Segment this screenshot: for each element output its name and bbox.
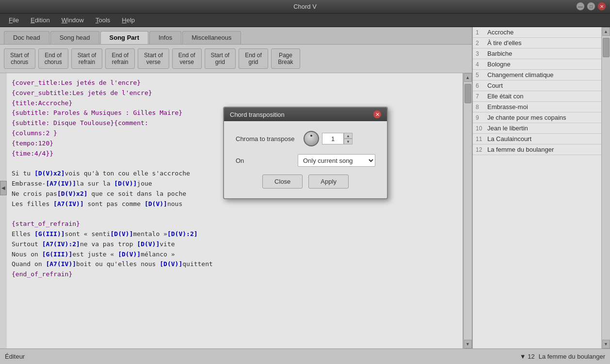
dialog-close-button[interactable]: ✕ <box>373 111 381 118</box>
song-number: 2 <box>476 40 487 47</box>
song-row[interactable]: 8 Embrasse-moi <box>473 102 601 112</box>
btn-end-verse[interactable]: End ofverse <box>172 48 202 69</box>
editor-line <box>12 209 458 219</box>
on-dropdown[interactable]: Only current song All songs <box>298 154 375 167</box>
scroll-track[interactable] <box>464 82 472 340</box>
song-row[interactable]: 6 Court <box>473 80 601 91</box>
song-scroll-up[interactable]: ▲ <box>602 27 610 36</box>
on-row: On Only current song All songs <box>236 154 375 167</box>
status-bar: Éditeur ▼ 12 La femme du boulanger <box>0 348 610 364</box>
chroma-label: Chroma to transpose <box>236 135 299 142</box>
song-scroll-thumb[interactable] <box>603 38 610 57</box>
maximize-button[interactable]: □ <box>587 2 595 11</box>
spinbox-up[interactable]: ▲ <box>344 133 353 139</box>
song-title: Embrasse-moi <box>487 103 598 111</box>
song-title: Barbiche <box>487 50 598 57</box>
editor-line: {start_of_refrain} <box>12 219 458 229</box>
scroll-down-button[interactable]: ▼ <box>464 340 472 348</box>
chroma-row: Chroma to transpose ▲ ▼ <box>236 131 375 146</box>
on-label: On <box>236 157 293 164</box>
btn-end-refrain[interactable]: End ofrefrain <box>105 48 135 69</box>
song-row[interactable]: 11 La Caulaincourt <box>473 134 601 144</box>
btn-start-grid[interactable]: Start ofgrid <box>205 48 236 69</box>
editor-line: Quand on [A7(IV)]boit ou qu'elles nous [… <box>12 259 458 269</box>
song-number: 9 <box>476 114 487 121</box>
btn-end-chorus[interactable]: End ofchorus <box>38 48 68 69</box>
dialog-body: Chroma to transpose ▲ ▼ On <box>224 121 387 198</box>
song-row[interactable]: 12 La femme du boulanger <box>473 144 601 155</box>
close-button[interactable]: Close <box>262 174 303 189</box>
tabs-row: Doc head Song head Song Part Infos Misce… <box>0 27 472 45</box>
song-scroll-down[interactable]: ▼ <box>602 340 610 348</box>
left-panel-toggle[interactable]: ◀ <box>0 181 7 195</box>
song-number: 8 <box>476 104 487 111</box>
spinbox-down[interactable]: ▼ <box>344 139 353 144</box>
tab-song-part[interactable]: Song Part <box>100 31 148 44</box>
editor-scrollbar[interactable]: ▲ ▼ <box>463 73 472 348</box>
close-button[interactable]: ✕ <box>597 2 606 11</box>
song-row[interactable]: 2 À tire d'elles <box>473 38 601 48</box>
minimize-button[interactable]: — <box>576 2 585 11</box>
song-number: 5 <box>476 72 487 79</box>
btn-start-refrain[interactable]: Start ofrefrain <box>71 48 103 69</box>
tab-song-head[interactable]: Song head <box>50 31 99 44</box>
status-right: ▼ 12 La femme du boulanger <box>520 353 605 360</box>
editor-line: Les filles [A7(IV)] sont pas comme [D(V)… <box>12 199 458 209</box>
right-panel: 1 Accroche 2 À tire d'elles 3 Barbiche 4… <box>472 27 610 348</box>
editor-line: {cover_title:Les jetés de l'encre} <box>12 78 458 88</box>
editor-line: {end_of_refrain} <box>12 269 458 280</box>
btn-start-chorus[interactable]: Start ofchorus <box>4 48 35 69</box>
menu-help[interactable]: Help <box>117 15 140 25</box>
song-number: 3 <box>476 50 487 57</box>
tab-miscellaneous[interactable]: Miscellaneous <box>182 31 241 44</box>
dialog-title-bar: Chord transposition ✕ <box>224 108 387 121</box>
spinbox-buttons: ▲ ▼ <box>344 133 353 144</box>
tab-infos[interactable]: Infos <box>149 31 181 44</box>
song-number: 10 <box>476 125 487 132</box>
status-song: La femme du boulanger <box>539 353 605 360</box>
song-row[interactable]: 7 Elle était con <box>473 91 601 102</box>
song-title: Jean le libertin <box>487 125 598 132</box>
song-title: Changement climatique <box>487 71 598 79</box>
song-title: La femme du boulanger <box>487 146 598 153</box>
song-title: Elle était con <box>487 93 598 100</box>
menu-tools[interactable]: Tools <box>91 15 115 25</box>
menu-bar: File Edition Window Tools Help <box>0 14 610 27</box>
status-page: ▼ 12 <box>520 353 535 360</box>
song-title: Court <box>487 82 598 89</box>
tab-doc-head[interactable]: Doc head <box>4 31 49 44</box>
song-list: 1 Accroche 2 À tire d'elles 3 Barbiche 4… <box>473 27 601 348</box>
editor-line: Surtout [A7(IV):2]ne va pas trop [D(V)]v… <box>12 239 458 250</box>
scroll-thumb[interactable] <box>465 84 471 103</box>
right-panel-inner: 1 Accroche 2 À tire d'elles 3 Barbiche 4… <box>473 27 610 348</box>
song-title: Je chante pour mes copains <box>487 114 598 121</box>
menu-edition[interactable]: Edition <box>26 15 55 25</box>
chroma-knob[interactable] <box>304 131 319 146</box>
chroma-input[interactable] <box>322 133 344 144</box>
btn-end-grid[interactable]: End ofgrid <box>239 48 268 69</box>
song-row[interactable]: 10 Jean le libertin <box>473 123 601 134</box>
editor-line: Elles [G(III)]sont « senti[D(V)]mentalo … <box>12 229 458 239</box>
scroll-up-button[interactable]: ▲ <box>464 73 472 82</box>
menu-window[interactable]: Window <box>57 15 89 25</box>
song-row[interactable]: 4 Bologne <box>473 59 601 70</box>
song-scroll-track[interactable] <box>602 36 610 340</box>
status-label: Éditeur <box>5 353 25 360</box>
song-row[interactable]: 3 Barbiche <box>473 48 601 59</box>
song-row[interactable]: 9 Je chante pour mes copains <box>473 112 601 123</box>
knob-dot <box>310 135 312 137</box>
chroma-spinbox: ▲ ▼ <box>322 133 353 144</box>
song-title: La Caulaincourt <box>487 135 598 142</box>
apply-button[interactable]: Apply <box>308 174 349 189</box>
song-row[interactable]: 1 Accroche <box>473 27 601 38</box>
btn-page-break[interactable]: PageBreak <box>271 48 300 69</box>
song-row[interactable]: 5 Changement climatique <box>473 70 601 80</box>
editor-line: {cover_subtitle:Les jetés de l'encre} <box>12 88 458 98</box>
dialog-title-text: Chord transposition <box>230 111 285 118</box>
song-list-scrollbar[interactable]: ▲ ▼ <box>601 27 610 348</box>
btn-start-verse[interactable]: Start ofverse <box>138 48 169 69</box>
dialog-buttons: Close Apply <box>236 174 375 189</box>
menu-file[interactable]: File <box>4 15 24 25</box>
window-controls: — □ ✕ <box>576 2 606 11</box>
song-number: 4 <box>476 61 487 68</box>
